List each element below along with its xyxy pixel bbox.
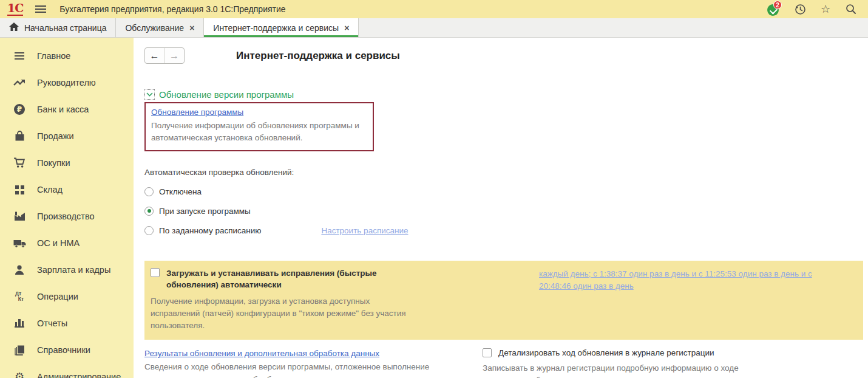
- tab-service[interactable]: Обслуживание ×: [116, 18, 204, 37]
- sidebar-item-label: Зарплата и кадры: [37, 265, 110, 275]
- sidebar-item-label: Администрирование: [37, 372, 121, 378]
- log-detail-checkbox-row[interactable]: Детализировать ход обновления в журнале …: [483, 348, 781, 359]
- sidebar-item-label: Производство: [37, 211, 95, 221]
- bag-icon: [12, 129, 27, 143]
- books-icon: [12, 343, 27, 357]
- sidebar-item-warehouse[interactable]: Склад: [0, 176, 134, 203]
- radio-label: Отключена: [159, 187, 202, 196]
- sidebar-item-manager[interactable]: Руководителю: [0, 69, 134, 96]
- sidebar-item-label: Справочники: [37, 345, 90, 355]
- home-icon: [9, 22, 19, 33]
- section-title: Обновление версии программы: [159, 89, 294, 100]
- app-title: Бухгалтерия предприятия, редакция 3.0 1С…: [59, 4, 285, 14]
- tab-home[interactable]: Начальная страница: [0, 18, 116, 37]
- sidebar-item-label: Продажи: [37, 131, 74, 141]
- tab-label: Обслуживание: [125, 23, 184, 33]
- checkbox-icon[interactable]: [483, 348, 492, 357]
- log-detail-checkbox-label: Детализировать ход обновления в журнале …: [498, 348, 714, 359]
- search-icon[interactable]: [845, 3, 857, 15]
- setup-schedule-link[interactable]: Настроить расписание: [321, 226, 408, 235]
- patch-checkbox-label: Загружать и устанавливать исправления (б…: [166, 267, 380, 291]
- radio-label: При запуске программы: [159, 207, 251, 216]
- factory-icon: [12, 210, 27, 223]
- 1c-logo-icon[interactable]: 1С: [7, 2, 23, 16]
- notification-badge: 2: [773, 1, 782, 9]
- main-menu-hamburger-icon[interactable]: [35, 5, 47, 13]
- radio-option-on-schedule[interactable]: По заданному расписанию Настроить распис…: [144, 226, 868, 235]
- sidebar-item-label: Операции: [37, 292, 78, 301]
- program-update-link[interactable]: Обновление программы: [151, 108, 243, 117]
- sidebar-item-reports[interactable]: Отчеты: [0, 310, 134, 337]
- forward-button[interactable]: →: [164, 48, 184, 63]
- sidebar-item-label: Банк и касса: [37, 105, 89, 114]
- tabbar: Начальная страница Обслуживание × Интерн…: [0, 18, 868, 38]
- page-title: Интернет-поддержка и сервисы: [236, 50, 400, 62]
- person-icon: [12, 263, 27, 277]
- history-icon[interactable]: [794, 3, 806, 15]
- program-update-description: Получение информации об обновлениях прог…: [151, 120, 367, 145]
- radio-icon[interactable]: [144, 226, 154, 235]
- radio-icon[interactable]: [144, 187, 154, 196]
- sidebar-item-label: Склад: [37, 185, 63, 194]
- cart-icon: [12, 156, 27, 170]
- menu-lines-icon: [12, 49, 27, 63]
- dtkt-icon: Дт Кт: [12, 290, 27, 303]
- patch-schedule-link[interactable]: каждый день; с 1:38:37 один раз в день и…: [539, 268, 813, 294]
- grid-icon: [12, 183, 27, 196]
- checkbox-icon[interactable]: [151, 268, 160, 277]
- log-detail-description: Записывать в журнал регистрации подробну…: [483, 362, 781, 378]
- titlebar: 1С Бухгалтерия предприятия, редакция 3.0…: [0, 0, 868, 18]
- update-results-link[interactable]: Результаты обновления и дополнительная о…: [144, 349, 379, 358]
- patch-description: Получение информации, загрузка и установ…: [151, 295, 418, 332]
- auto-check-label: Автоматическая проверка обновлений:: [144, 168, 868, 177]
- patch-checkbox-row[interactable]: Загружать и устанавливать исправления (б…: [151, 267, 539, 291]
- radio-option-on-startup[interactable]: При запуске программы: [144, 207, 868, 216]
- trend-arrow-icon: [12, 76, 27, 89]
- bar-chart-icon: [12, 317, 27, 330]
- sidebar-item-production[interactable]: Производство: [0, 203, 134, 230]
- sidebar-item-purchases[interactable]: Покупки: [0, 149, 134, 176]
- sidebar-item-label: Покупки: [37, 158, 70, 168]
- sidebar-item-bank-cash[interactable]: ₽ Банк и касса: [0, 96, 134, 123]
- tab-label: Интернет-поддержка и сервисы: [213, 23, 339, 33]
- sidebar-item-label: Руководителю: [37, 78, 96, 88]
- gear-icon: ⚙: [12, 370, 27, 378]
- sidebar-item-administration[interactable]: ⚙ Администрирование: [0, 363, 134, 378]
- tab-label: Начальная страница: [24, 23, 106, 33]
- sidebar-item-sales[interactable]: Продажи: [0, 123, 134, 149]
- sidebar-item-fixed-assets[interactable]: ОС и НМА: [0, 230, 134, 256]
- radio-option-disabled[interactable]: Отключена: [144, 187, 868, 196]
- patch-settings-highlight: Загружать и устанавливать исправления (б…: [144, 261, 863, 340]
- sidebar-item-label: Главное: [37, 51, 70, 61]
- truck-icon: [12, 236, 27, 250]
- sidebar-item-main[interactable]: Главное: [0, 43, 134, 69]
- titlebar-icons: 2 ☆: [767, 2, 861, 16]
- notification-icon[interactable]: 2: [767, 2, 781, 16]
- ruble-coin-icon: ₽: [12, 103, 27, 116]
- section-header-program-update[interactable]: Обновление версии программы: [144, 89, 868, 100]
- back-button[interactable]: ←: [145, 48, 164, 63]
- tab-internet-support[interactable]: Интернет-поддержка и сервисы ×: [204, 18, 359, 37]
- sidebar-item-label: ОС и НМА: [37, 238, 80, 248]
- history-nav-buttons: ← →: [144, 47, 185, 64]
- chevron-down-icon[interactable]: [144, 89, 155, 100]
- sidebar-item-directories[interactable]: Справочники: [0, 337, 134, 363]
- sidebar-item-operations[interactable]: Дт Кт Операции: [0, 283, 134, 310]
- sidebar-item-label: Отчеты: [37, 318, 67, 328]
- close-icon[interactable]: ×: [189, 24, 194, 32]
- radio-label: По заданному расписанию: [159, 226, 261, 235]
- main-content: ← → Интернет-поддержка и сервисы Обновле…: [134, 38, 868, 378]
- sidebar-item-payroll-hr[interactable]: Зарплата и кадры: [0, 256, 134, 283]
- section-sidebar: Главное Руководителю ₽ Банк и касса Прод…: [0, 38, 134, 378]
- annotation-highlight-box: Обновление программы Получение информаци…: [144, 102, 374, 151]
- close-icon[interactable]: ×: [344, 24, 349, 32]
- favorites-star-icon[interactable]: ☆: [819, 3, 832, 15]
- update-results-description: Сведения о ходе обновления версии програ…: [144, 361, 436, 378]
- radio-selected-icon[interactable]: [144, 207, 154, 216]
